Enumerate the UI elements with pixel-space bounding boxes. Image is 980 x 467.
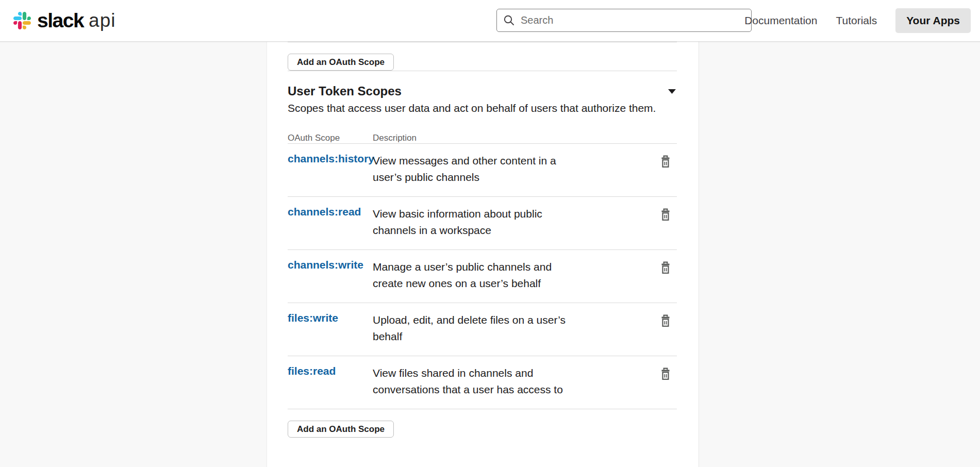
scope-link-channels-write[interactable]: channels:write xyxy=(288,259,373,271)
collapse-section-button[interactable] xyxy=(667,88,677,95)
table-row: files:read View files shared in channels… xyxy=(288,356,677,409)
logo-brand-text: slack xyxy=(37,9,84,32)
table-row: files:write Upload, edit, and delete fil… xyxy=(288,303,677,356)
delete-scope-button[interactable] xyxy=(660,155,671,168)
scope-description: View files shared in channels and conver… xyxy=(373,365,607,398)
header-nav: Documentation Tutorials Your Apps xyxy=(744,8,971,33)
table-row: channels:read View basic information abo… xyxy=(288,197,677,250)
column-header-description: Description xyxy=(373,133,417,143)
trash-icon xyxy=(660,321,671,329)
add-oauth-scope-button-bottom[interactable]: Add an OAuth Scope xyxy=(288,421,394,438)
search-box xyxy=(496,9,752,32)
slack-api-logo[interactable]: slack api xyxy=(13,9,116,32)
logo-api-text: api xyxy=(89,10,115,31)
search-input[interactable] xyxy=(496,9,752,32)
delete-scope-button[interactable] xyxy=(660,367,671,380)
delete-scope-button[interactable] xyxy=(660,208,671,221)
table-header-row: OAuth Scope Description xyxy=(288,133,677,143)
main-content: Add an OAuth Scope User Token Scopes Sco… xyxy=(267,42,699,467)
previous-table-bottom-divider xyxy=(288,42,677,42)
scope-link-files-write[interactable]: files:write xyxy=(288,312,373,324)
scope-link-channels-history[interactable]: channels:history xyxy=(288,153,373,165)
delete-scope-button[interactable] xyxy=(660,261,671,274)
scope-link-files-read[interactable]: files:read xyxy=(288,365,373,377)
search-icon xyxy=(504,15,514,28)
add-oauth-scope-button-top[interactable]: Add an OAuth Scope xyxy=(288,54,394,71)
nav-your-apps[interactable]: Your Apps xyxy=(895,8,971,33)
user-token-scopes-header: User Token Scopes xyxy=(288,84,677,98)
trash-icon xyxy=(660,374,671,382)
top-header: slack api Documentation Tutorials Your A… xyxy=(0,0,980,42)
table-row: channels:write Manage a user’s public ch… xyxy=(288,250,677,303)
nav-tutorials[interactable]: Tutorials xyxy=(836,14,877,27)
section-subtitle: Scopes that access user data and act on … xyxy=(288,102,677,114)
trash-icon xyxy=(660,162,671,170)
scope-description: Upload, edit, and delete files on a user… xyxy=(373,312,607,345)
section-divider xyxy=(288,71,677,71)
scope-description: Manage a user’s public channels and crea… xyxy=(373,259,607,292)
slack-logo-icon xyxy=(13,12,31,29)
scope-description: View basic information about public chan… xyxy=(373,206,607,239)
trash-icon xyxy=(660,268,671,276)
scope-description: View messages and other content in a use… xyxy=(373,153,607,186)
column-header-oauth-scope: OAuth Scope xyxy=(288,133,373,143)
page-body: Add an OAuth Scope User Token Scopes Sco… xyxy=(0,42,980,467)
scope-link-channels-read[interactable]: channels:read xyxy=(288,206,373,218)
nav-documentation[interactable]: Documentation xyxy=(744,14,817,27)
section-title: User Token Scopes xyxy=(288,84,402,98)
trash-icon xyxy=(660,215,671,223)
left-sidebar xyxy=(0,42,267,467)
right-sidebar xyxy=(699,42,980,467)
table-row: channels:history View messages and other… xyxy=(288,144,677,197)
caret-down-icon xyxy=(668,88,676,95)
delete-scope-button[interactable] xyxy=(660,314,671,327)
